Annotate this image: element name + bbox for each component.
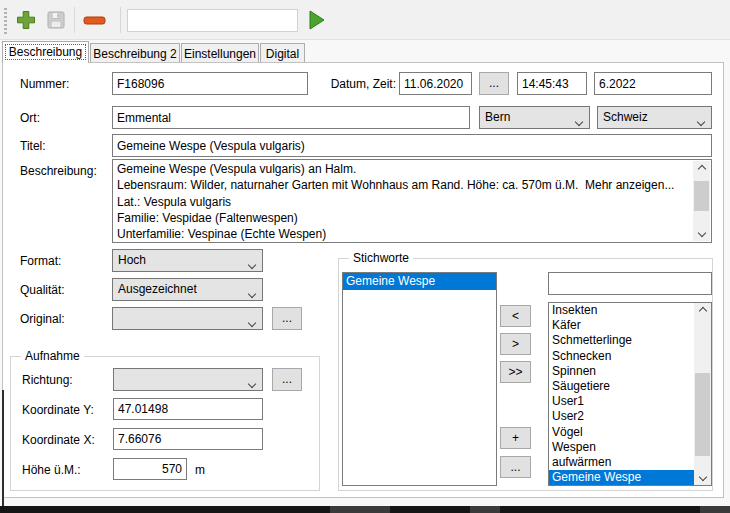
list-item[interactable]: Gemeine Wespe — [549, 470, 711, 485]
tab-label: Einstellungen — [184, 47, 256, 61]
tab-label: Beschreibung 2 — [93, 47, 176, 61]
available-keywords-list[interactable]: InsektenKäferSchmetterlingeSchneckenSpin… — [548, 302, 712, 486]
qualitaet-label: Qualität: — [20, 283, 65, 297]
run-button[interactable] — [303, 8, 331, 34]
richtung-select[interactable] — [113, 368, 263, 391]
beschreibung-label: Beschreibung: — [20, 164, 97, 178]
scrollbar-thumb[interactable] — [694, 181, 709, 211]
datum-extra-input[interactable] — [594, 72, 712, 95]
scroll-down-icon[interactable] — [694, 469, 711, 485]
format-value: Hoch — [118, 253, 146, 267]
nummer-label: Nummer: — [20, 77, 69, 91]
tab-digital[interactable]: Digital — [260, 43, 305, 62]
save-icon — [45, 9, 67, 34]
toolbar-grip[interactable] — [4, 8, 7, 34]
plus-icon — [15, 9, 37, 34]
zeit-input[interactable] — [517, 72, 587, 95]
list-item[interactable]: Wespen — [549, 440, 711, 455]
hoehe-input[interactable] — [113, 458, 187, 480]
add-keyword-button[interactable]: + — [500, 427, 531, 449]
scrollbar-thumb[interactable] — [695, 373, 710, 456]
beschreibung-text: Gemeine Wespe (Vespula vulgaris) an Halm… — [117, 161, 692, 242]
titel-label: Titel: — [20, 139, 46, 153]
nummer-input[interactable] — [112, 72, 308, 95]
move-left-button[interactable]: < — [500, 305, 531, 327]
save-button[interactable] — [42, 8, 70, 34]
add-record-button[interactable] — [12, 8, 40, 34]
richtung-label: Richtung: — [22, 373, 73, 387]
format-label: Format: — [20, 254, 61, 268]
stichworte-group-title: Stichworte — [349, 251, 413, 265]
chevron-down-icon — [576, 114, 582, 128]
list-item[interactable]: Gemeine Wespe — [343, 273, 496, 290]
chevron-down-icon — [698, 114, 704, 128]
region-value: Bern — [485, 110, 510, 124]
chevron-down-icon — [249, 286, 255, 300]
tab-einstellungen[interactable]: Einstellungen — [181, 43, 259, 62]
keywords-scrollbar[interactable] — [694, 303, 711, 485]
tab-beschreibung[interactable]: Beschreibung — [2, 41, 89, 63]
richtung-browse-button[interactable]: ... — [272, 368, 302, 391]
move-right-button[interactable]: > — [500, 333, 531, 355]
list-item[interactable]: User2 — [549, 409, 711, 424]
list-item[interactable]: aufwärmen — [549, 455, 711, 470]
list-item[interactable]: User1 — [549, 394, 711, 409]
scroll-down-icon[interactable] — [693, 225, 710, 241]
qualitaet-value: Ausgezeichnet — [118, 282, 197, 296]
tab-label: Digital — [266, 47, 299, 61]
minus-icon — [82, 9, 108, 34]
titel-input[interactable] — [112, 134, 712, 157]
list-item[interactable]: Schmetterlinge — [549, 333, 711, 348]
aufnahme-group-title: Aufnahme — [21, 349, 84, 363]
list-item[interactable]: Säugetiere — [549, 379, 711, 394]
play-icon — [307, 8, 327, 35]
ort-input[interactable] — [112, 106, 470, 129]
region-select[interactable]: Bern — [479, 106, 590, 129]
keyword-filter-input[interactable] — [548, 272, 712, 295]
remove-record-button[interactable] — [81, 8, 109, 34]
original-label: Original: — [20, 312, 65, 326]
ort-label: Ort: — [20, 111, 40, 125]
toolbar-separator — [74, 7, 75, 33]
chevron-down-icon — [249, 257, 255, 271]
beschreibung-scrollbar[interactable] — [693, 161, 710, 241]
list-item[interactable]: Spinnen — [549, 364, 711, 379]
country-value: Schweiz — [603, 110, 648, 124]
toolbar-search-input[interactable] — [127, 9, 298, 32]
move-all-button[interactable]: >> — [500, 361, 531, 383]
assigned-keywords-list[interactable]: Gemeine Wespe — [342, 272, 497, 486]
datum-browse-button[interactable]: ... — [479, 72, 509, 95]
format-select[interactable]: Hoch — [112, 249, 263, 272]
original-browse-button[interactable]: ... — [272, 307, 302, 330]
hoehe-label: Höhe ü.M.: — [22, 463, 81, 477]
datum-input[interactable] — [399, 72, 472, 95]
keyword-more-button[interactable]: ... — [500, 456, 531, 478]
chevron-down-icon — [249, 315, 255, 329]
background-window-edge — [2, 390, 4, 506]
koordinate-x-label: Koordinate X: — [22, 433, 95, 447]
koordinate-x-input[interactable] — [113, 428, 263, 450]
list-item[interactable]: Vögel — [549, 425, 711, 440]
datum-zeit-label: Datum, Zeit: — [318, 77, 396, 91]
chevron-down-icon — [249, 376, 255, 390]
list-item[interactable]: Insekten — [549, 303, 711, 318]
scroll-up-icon[interactable] — [693, 161, 710, 177]
original-select[interactable] — [112, 307, 263, 330]
list-item[interactable]: Käfer — [549, 318, 711, 333]
koordinate-y-input[interactable] — [113, 398, 263, 420]
toolbar-separator — [120, 7, 121, 33]
background-window-bar — [0, 506, 730, 513]
beschreibung-textarea[interactable]: Gemeine Wespe (Vespula vulgaris) an Halm… — [112, 159, 712, 243]
tab-label: Beschreibung — [9, 45, 82, 59]
hoehe-unit-label: m — [195, 463, 205, 477]
koordinate-y-label: Koordinate Y: — [22, 403, 94, 417]
qualitaet-select[interactable]: Ausgezeichnet — [112, 278, 263, 301]
country-select[interactable]: Schweiz — [597, 106, 712, 129]
app-window: Beschreibung Beschreibung 2 Einstellunge… — [0, 0, 730, 513]
tab-beschreibung-2[interactable]: Beschreibung 2 — [90, 43, 180, 62]
list-item[interactable]: Schnecken — [549, 349, 711, 364]
scroll-up-icon[interactable] — [694, 303, 711, 319]
toolbar — [0, 0, 730, 40]
